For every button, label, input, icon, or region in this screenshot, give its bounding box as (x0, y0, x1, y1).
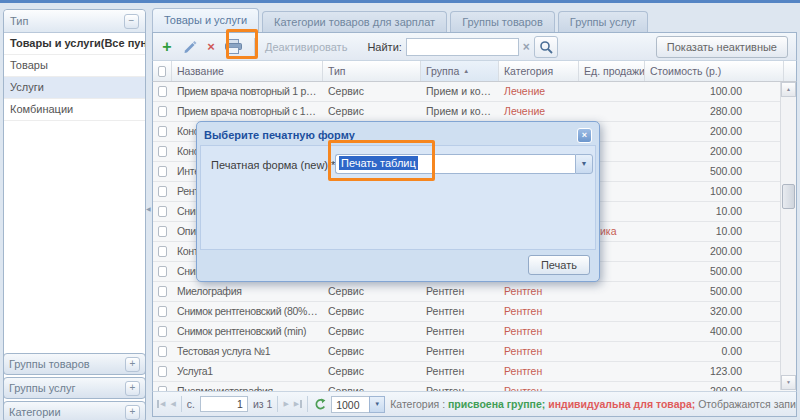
row-checkbox[interactable] (158, 86, 167, 97)
chevron-down-icon[interactable]: ▼ (575, 154, 593, 174)
prev-page-button[interactable]: ◀ (170, 400, 175, 408)
select-all-checkbox[interactable] (158, 66, 166, 77)
cell-name: Тестовая услуга №1 (172, 342, 323, 361)
add-button[interactable]: + (156, 36, 178, 58)
collapsed-panel-1[interactable]: Группы товаров+ (3, 353, 146, 375)
row-checkbox[interactable] (158, 366, 167, 377)
scroll-down-button[interactable]: ▼ (781, 375, 796, 390)
legend-individual: индивидуальна для товара; (548, 398, 695, 410)
table-row[interactable]: Снимок рентгеновский (min)СервисРентгенР… (153, 322, 796, 342)
type-panel-header[interactable]: Тип − (4, 10, 145, 33)
tab-1[interactable]: Товары и услуги (152, 8, 259, 32)
next-page-button[interactable]: ▶ (283, 400, 288, 408)
sidebar-item-1[interactable]: Товары и услуги(Все пункты) (4, 33, 145, 55)
row-checkbox[interactable] (158, 166, 167, 177)
print-form-combobox[interactable]: Печать таблиц ▼ (335, 154, 593, 174)
table-row[interactable]: МиелографияСервисРентгенРентген500.00 (153, 282, 796, 302)
row-checkbox[interactable] (158, 286, 167, 297)
row-checkbox[interactable] (158, 186, 167, 197)
sidebar-item-3[interactable]: Услуги (4, 77, 145, 99)
row-checkbox[interactable] (158, 206, 167, 217)
tab-3[interactable]: Группы товаров (450, 11, 555, 32)
edit-button[interactable] (178, 36, 200, 58)
cell-name: Прием врача повторный с 1-ой пр... (172, 102, 323, 121)
table-row[interactable]: Услуга1СервисРентгенРентген123.00 (153, 362, 796, 382)
row-checkbox[interactable] (158, 226, 167, 237)
search-input[interactable] (406, 38, 519, 56)
vertical-scrollbar[interactable]: ▲ ▼ (780, 82, 796, 390)
row-checkbox[interactable] (158, 326, 167, 337)
cell-checkbox (153, 262, 172, 281)
table-row[interactable]: Снимок рентгеновский (80% от 400)СервисР… (153, 302, 796, 322)
row-checkbox[interactable] (158, 126, 167, 137)
row-checkbox[interactable] (158, 306, 167, 317)
splitter-collapse-icon[interactable]: ◀ (146, 205, 151, 212)
close-icon[interactable]: × (577, 128, 592, 143)
delete-button[interactable]: × (200, 36, 222, 58)
show-inactive-button[interactable]: Показать неактивные (656, 36, 788, 58)
row-checkbox[interactable] (158, 106, 167, 117)
scrollbar-thumb[interactable] (782, 184, 795, 209)
column-header-1[interactable]: Название (172, 61, 323, 81)
column-header-2[interactable]: Тип (323, 61, 421, 81)
table-row[interactable]: ПневмоцистографияСервисРентгенРентген200… (153, 382, 796, 391)
row-checkbox[interactable] (158, 146, 167, 157)
row-checkbox[interactable] (158, 266, 167, 277)
collapse-panel-icon[interactable]: − (124, 14, 139, 29)
row-checkbox[interactable] (158, 246, 167, 257)
cell-name: Пневмоцистография (172, 382, 323, 391)
collapsed-panel-2[interactable]: Группы услуг+ (3, 377, 146, 399)
cell-group: Рентген (421, 342, 499, 361)
row-checkbox[interactable] (158, 346, 167, 357)
deactivate-button[interactable]: Деактивировать (261, 41, 351, 53)
last-page-button[interactable]: ▶ (294, 400, 302, 408)
cell-checkbox (153, 122, 172, 141)
expand-panel-icon[interactable]: + (125, 405, 140, 420)
expand-panel-icon[interactable]: + (125, 381, 140, 396)
refresh-button[interactable] (313, 398, 326, 411)
legend-label: Категория : (390, 398, 445, 410)
table-row[interactable]: Прием врача повторный 1 раз в д...Сервис… (153, 82, 796, 102)
sidebar-item-4[interactable]: Комбинации (4, 99, 145, 121)
cell-type: Сервис (323, 322, 421, 341)
refresh-icon (313, 398, 326, 411)
combobox-value[interactable]: Печать таблиц (335, 154, 575, 174)
cell-unit (579, 322, 645, 341)
clear-search-icon[interactable]: × (519, 40, 534, 54)
column-header-6[interactable]: Стоимость (р.) (645, 61, 784, 81)
tab-2[interactable]: Категории товаров для зарплат (262, 11, 447, 32)
selected-text: Печать таблиц (339, 156, 418, 170)
printer-icon (225, 39, 242, 54)
page-number-input[interactable] (200, 396, 248, 412)
scroll-up-button[interactable]: ▲ (781, 82, 796, 97)
page-size-combobox[interactable]: 1000 ▼ (331, 396, 385, 413)
page-size-dropdown-icon[interactable]: ▼ (369, 396, 385, 413)
column-header-5[interactable]: Ед. продажи (579, 61, 645, 81)
dialog-titlebar[interactable]: Выберите печатную форму × (200, 125, 596, 145)
checkbox-column-header[interactable] (153, 61, 172, 81)
cell-checkbox (153, 82, 172, 101)
cell-price: 100.00 (645, 182, 784, 201)
collapsed-panel-3[interactable]: Категории+ (3, 401, 146, 420)
sidebar-item-2[interactable]: Товары (4, 55, 145, 77)
print-button[interactable] (222, 36, 244, 58)
cell-group: Прием и консул... (421, 102, 499, 121)
page-size-value: 1000 (331, 396, 369, 413)
cell-group: Рентген (421, 362, 499, 381)
tab-4[interactable]: Группы услуг (558, 11, 649, 32)
print-confirm-button[interactable]: Печать (528, 255, 590, 275)
column-header-3[interactable]: Группа▲ (421, 61, 499, 81)
cell-name: Услуга1 (172, 362, 323, 381)
cell-checkbox (153, 182, 172, 201)
cell-group: Рентген (421, 322, 499, 341)
cell-name: Миелография (172, 282, 323, 301)
cell-price: 500.00 (645, 282, 784, 301)
cell-unit (579, 362, 645, 381)
table-row[interactable]: Тестовая услуга №1СервисРентгенРентген0.… (153, 342, 796, 362)
cell-price: 280.00 (645, 102, 784, 121)
expand-panel-icon[interactable]: + (125, 357, 140, 372)
search-button[interactable] (534, 36, 558, 58)
table-row[interactable]: Прием врача повторный с 1-ой пр...Сервис… (153, 102, 796, 122)
first-page-button[interactable]: ◀ (157, 400, 165, 408)
column-header-4[interactable]: Категория (499, 61, 579, 81)
